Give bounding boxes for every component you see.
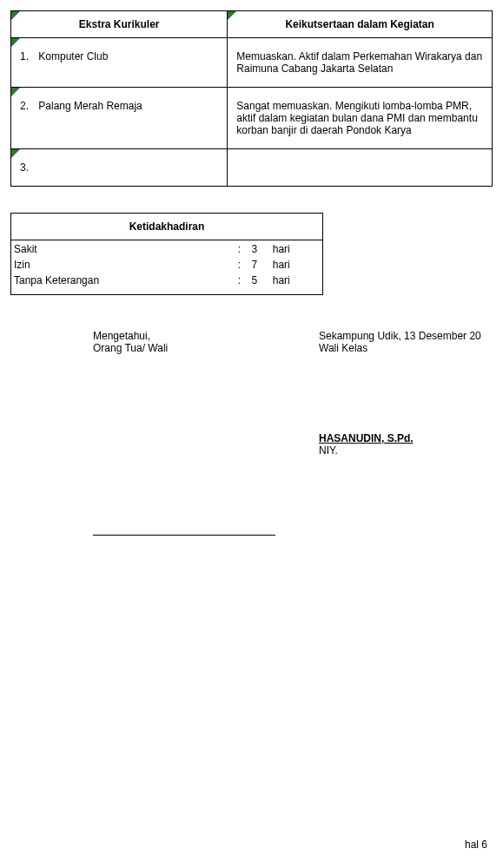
row-desc: Memuaskan. Aktif dalam Perkemahan Wiraka… bbox=[228, 38, 493, 88]
absence-unit: hari bbox=[272, 273, 321, 287]
row-name: Palang Merah Remaja bbox=[38, 100, 142, 112]
table-row: 3. bbox=[11, 149, 493, 187]
table-row: 1. Komputer Club Memuaskan. Aktif dalam … bbox=[11, 38, 493, 88]
row-desc: Sangat memuaskan. Mengikuti lomba-lomba … bbox=[228, 88, 493, 149]
acknowledge-label: Mengetahui, bbox=[93, 330, 319, 342]
absence-row: Sakit : 3 hari bbox=[13, 242, 321, 256]
absence-label: Tanpa Keterangan bbox=[13, 273, 235, 287]
absence-label: Izin bbox=[13, 258, 235, 272]
absence-value: 7 bbox=[251, 258, 270, 272]
absence-colon: : bbox=[237, 273, 249, 287]
row-num: 2. bbox=[20, 100, 36, 112]
parent-label: Orang Tua/ Wali bbox=[93, 342, 319, 354]
parent-signature-line bbox=[93, 535, 275, 536]
absence-colon: : bbox=[237, 258, 249, 272]
absence-row: Izin : 7 hari bbox=[13, 258, 321, 272]
absence-colon: : bbox=[237, 242, 249, 256]
place-date: Sekampung Udik, 13 Desember 20 bbox=[319, 330, 493, 342]
th-absence: Ketidakhadiran bbox=[11, 214, 323, 240]
signature-block: Mengetahui, Orang Tua/ Wali Sekampung Ud… bbox=[10, 330, 493, 457]
absence-value: 3 bbox=[251, 242, 270, 256]
teacher-name: HASANUDIN, S.Pd. bbox=[319, 432, 493, 444]
absence-unit: hari bbox=[272, 242, 321, 256]
signature-teacher: Sekampung Udik, 13 Desember 20 Wali Kela… bbox=[319, 330, 493, 457]
extracurricular-table: Ekstra Kurikuler Keikutsertaan dalam Keg… bbox=[10, 10, 493, 187]
row-num: 1. bbox=[20, 50, 36, 62]
table-row: 2. Palang Merah Remaja Sangat memuaskan.… bbox=[11, 88, 493, 149]
row-desc bbox=[228, 149, 493, 187]
row-num: 3. bbox=[20, 161, 36, 174]
signature-parent: Mengetahui, Orang Tua/ Wali bbox=[93, 330, 319, 457]
th-activity: Ekstra Kurikuler bbox=[11, 11, 228, 38]
absence-body: Sakit : 3 hari Izin : 7 hari Tanpa Keter… bbox=[11, 240, 322, 289]
absence-label: Sakit bbox=[13, 242, 235, 256]
absence-row: Tanpa Keterangan : 5 hari bbox=[13, 273, 321, 287]
homeroom-label: Wali Kelas bbox=[319, 342, 493, 354]
niy-label: NIY. bbox=[319, 444, 493, 457]
th-participation: Keikutsertaan dalam Kegiatan bbox=[228, 11, 493, 38]
row-name: Komputer Club bbox=[38, 50, 108, 62]
absence-table: Ketidakhadiran bbox=[10, 213, 323, 240]
absence-value: 5 bbox=[251, 273, 270, 287]
absence-unit: hari bbox=[272, 258, 321, 272]
